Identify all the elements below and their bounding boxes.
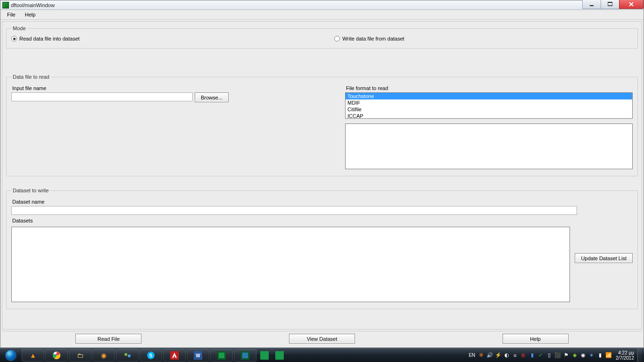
svg-text:W: W	[196, 353, 200, 358]
mode-write-radio[interactable]: Write data file from dataset	[334, 36, 633, 41]
menu-help[interactable]: Help	[20, 11, 41, 18]
tray-icon[interactable]: ⬛	[553, 351, 561, 359]
flag-icon[interactable]: ⚑	[562, 351, 570, 359]
tray-icon[interactable]: ▮	[528, 351, 536, 359]
mode-read-radio[interactable]: Read data file into dataset	[11, 36, 334, 41]
main-panel: Mode Read data file into dataset Write d…	[2, 21, 642, 329]
menubar: File Help	[0, 10, 644, 20]
battery-icon[interactable]: ▮	[596, 351, 604, 359]
tray-icon[interactable]: ⚡	[494, 351, 502, 359]
mode-legend: Mode	[11, 25, 27, 31]
browse-button[interactable]: Browse...	[195, 92, 229, 102]
mode-group: Mode Read data file into dataset Write d…	[6, 25, 638, 49]
network-icon[interactable]: ▯	[545, 351, 553, 359]
windows-logo-icon	[5, 350, 17, 361]
app-icon	[2, 2, 9, 8]
taskbar-chrome-icon[interactable]	[45, 349, 68, 362]
list-item[interactable]: ICCAP	[346, 113, 632, 119]
mode-read-label: Read data file into dataset	[19, 36, 80, 41]
radio-icon	[11, 36, 17, 41]
dswrite-legend: Dataset to write	[11, 188, 50, 193]
mode-write-label: Write data file from dataset	[342, 36, 404, 41]
close-button[interactable]	[619, 0, 644, 9]
taskbar-explorer-icon[interactable]: 🗀	[69, 349, 91, 362]
svg-rect-19	[275, 351, 284, 360]
list-item[interactable]: Touchstone	[346, 93, 632, 99]
svg-text:S: S	[149, 353, 152, 358]
language-indicator[interactable]: EN	[467, 353, 477, 358]
tray-icon[interactable]: ✓	[537, 351, 545, 359]
dataset-name-label: Dataset name	[12, 199, 633, 205]
maximize-button[interactable]	[601, 0, 619, 9]
window-title: dftool/mainWindow	[11, 2, 55, 8]
tray-icon[interactable]: ⛨	[520, 351, 528, 359]
signal-icon[interactable]: 📶	[604, 351, 612, 359]
file-format-details-box[interactable]	[345, 123, 633, 169]
taskbar-app2-icon[interactable]	[234, 349, 256, 362]
dataset-name-field[interactable]	[11, 206, 577, 215]
system-tray: EN ✲ 🔊 ⚡ ◐ ≡ ⛨ ▮ ✓ ▯ ⬛ ⚑ ◆ ◉ ∗ ▮ 📶 4:22 …	[467, 348, 644, 362]
datasets-listbox[interactable]	[11, 227, 570, 302]
read-file-button[interactable]: Read File	[75, 334, 141, 344]
footer-bar: Read File View Dataset Help	[2, 331, 642, 346]
data-file-read-group: Data file to read Input file name Browse…	[6, 74, 638, 176]
clock[interactable]: 4:22 μμ 2/7/2012	[616, 350, 634, 361]
app-window: dftool/mainWindow File Help Mode Read da…	[0, 0, 644, 348]
svg-rect-0	[590, 5, 594, 6]
start-button[interactable]	[0, 348, 22, 362]
date-text: 2/7/2012	[616, 355, 634, 361]
taskbar-mediaplayer-icon[interactable]: ◉	[92, 349, 115, 362]
datasets-label: Datasets	[12, 218, 633, 223]
svg-rect-18	[260, 351, 269, 360]
input-file-field[interactable]	[11, 92, 193, 101]
tray-icon[interactable]: ✲	[477, 351, 485, 359]
tray-icon[interactable]: ◆	[570, 351, 578, 359]
dataset-write-group: Dataset to write Dataset name Datasets U…	[6, 188, 638, 309]
taskbar-messenger-icon[interactable]	[116, 349, 139, 362]
tray-icon[interactable]: ◉	[579, 351, 587, 359]
taskbar-skype-icon[interactable]: S	[140, 349, 162, 362]
taskbar-vlc-icon[interactable]: ▲	[22, 349, 44, 362]
svg-rect-15	[219, 353, 224, 358]
show-desktop-button[interactable]	[637, 348, 642, 362]
view-dataset-button[interactable]: View Dataset	[289, 334, 355, 344]
taskbar-word-icon[interactable]: W	[187, 349, 209, 362]
taskbar-app3-icon[interactable]	[257, 349, 272, 362]
time-text: 4:22 μμ	[616, 350, 634, 355]
update-dataset-list-button[interactable]: Update Dataset List	[575, 253, 633, 263]
taskbar[interactable]: ▲ 🗀 ◉ S W EN ✲ 🔊 ⚡ ◐ ≡ ⛨ ▮ ✓ ▯ ⬛ ⚑ ◆ ◉ ∗…	[0, 348, 644, 362]
menu-file[interactable]: File	[2, 11, 20, 18]
list-item[interactable]: Citifile	[346, 106, 632, 113]
radio-icon	[334, 36, 340, 41]
taskbar-app1-icon[interactable]	[210, 349, 233, 362]
taskbar-app4-icon[interactable]	[272, 349, 287, 362]
file-format-label: File format to read	[346, 85, 633, 91]
list-item[interactable]: MDIF	[346, 99, 632, 106]
svg-point-7	[124, 353, 127, 356]
svg-point-8	[128, 354, 131, 357]
minimize-button[interactable]	[582, 0, 601, 9]
task-icons: ▲ 🗀 ◉ S W	[22, 348, 287, 362]
taskbar-adobe-icon[interactable]	[163, 349, 186, 362]
file-format-listbox[interactable]: Touchstone MDIF Citifile ICCAP	[345, 92, 633, 119]
titlebar[interactable]: dftool/mainWindow	[0, 0, 644, 10]
help-button[interactable]: Help	[503, 334, 569, 344]
svg-rect-17	[242, 353, 248, 358]
volume-icon[interactable]: 🔊	[486, 351, 494, 359]
tray-icon[interactable]: ≡	[511, 351, 519, 359]
svg-rect-2	[608, 2, 612, 3]
dfread-legend: Data file to read	[11, 74, 51, 80]
input-file-label: Input file name	[12, 85, 341, 91]
tray-icon[interactable]: ◐	[503, 351, 511, 359]
bluetooth-icon[interactable]: ∗	[587, 351, 595, 359]
